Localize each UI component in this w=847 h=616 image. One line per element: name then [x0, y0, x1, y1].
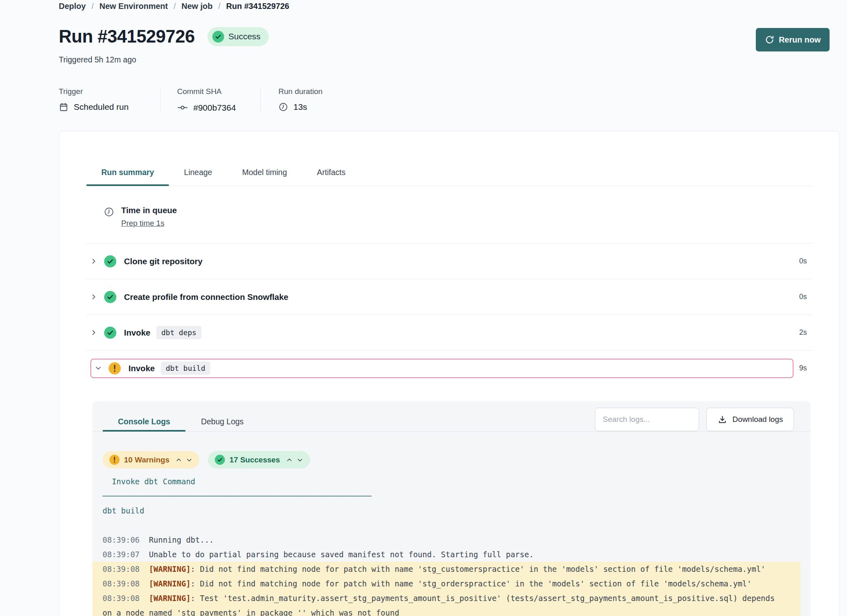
meta-label: Run duration: [278, 87, 323, 96]
chevron-right-icon: [90, 329, 97, 336]
breadcrumb-item[interactable]: New Environment: [99, 2, 168, 11]
step-row[interactable]: Invokedbt deps2s: [86, 314, 812, 350]
check-circle-icon: [104, 327, 116, 339]
time-in-queue: Time in queue Prep time 1s: [86, 205, 812, 228]
console-log-output: Invoke dbt Command──────────────────────…: [92, 474, 811, 616]
meta-value-text: Scheduled run: [74, 102, 128, 112]
breadcrumb-separator: /: [173, 2, 176, 11]
meta-value: 13s: [278, 102, 323, 112]
badge-label: 17 Successes: [229, 456, 280, 464]
caret-up-icon[interactable]: [286, 457, 293, 463]
meta-label: Commit SHA: [177, 87, 260, 96]
log-filter-badges: 10 Warnings17 Successes: [103, 451, 800, 468]
prep-time-link[interactable]: Prep time 1s: [121, 219, 165, 228]
step-row[interactable]: Create profile from connection Snowflake…: [86, 279, 812, 314]
caret-up-icon[interactable]: [175, 457, 182, 463]
log-line: 08:39:08 [WARNING]: Did not find matchin…: [92, 576, 800, 591]
time-in-queue-title: Time in queue: [121, 205, 177, 215]
run-tabs: Run summaryLineageModel timingArtifacts: [86, 168, 812, 186]
triggered-time: Triggered 5h 12m ago: [59, 55, 840, 64]
download-logs-label: Download logs: [732, 415, 783, 424]
tab-lineage[interactable]: Lineage: [169, 168, 227, 186]
check-circle-icon: [212, 31, 224, 43]
check-circle-icon: [215, 455, 225, 465]
download-icon: [717, 415, 727, 425]
log-line: ────────────────────────────────────────…: [92, 489, 811, 503]
log-timestamp: 08:39:06: [103, 535, 140, 544]
step-duration: 0s: [799, 293, 812, 301]
meta-value-text: #900b7364: [193, 103, 236, 113]
step-title: Clone git repository: [124, 257, 203, 266]
tab-artifacts[interactable]: Artifacts: [302, 168, 360, 186]
search-logs-input[interactable]: [595, 408, 699, 431]
log-line: 08:39:08 [WARNING]: Did not find matchin…: [92, 562, 800, 576]
meta-value-text: 13s: [293, 102, 307, 112]
meta-value: #900b7364: [177, 102, 260, 113]
step-title: Create profile from connection Snowflake: [124, 292, 289, 302]
badge-carets: [286, 457, 303, 463]
step-title: Invoke: [128, 364, 155, 373]
breadcrumb-item: Run #341529726: [226, 2, 289, 11]
breadcrumb-separator: /: [92, 2, 94, 11]
badge-carets: [175, 457, 192, 463]
step-row[interactable]: Invokedbt build9s: [86, 350, 812, 386]
run-steps: Clone git repository0sCreate profile fro…: [86, 243, 812, 386]
step-code-chip: dbt build: [161, 361, 210, 375]
log-line: 08:39:08 [WARNING]: Test 'test.admin_mat…: [92, 591, 800, 616]
breadcrumb-separator: /: [218, 2, 220, 11]
badge-label: 10 Warnings: [124, 456, 169, 464]
meta-column: TriggerScheduled run: [59, 87, 160, 113]
log-level-warning: [WARNING]: [149, 579, 190, 588]
step-row[interactable]: Clone git repository0s: [86, 243, 812, 279]
meta-column: Commit SHA#900b7364: [160, 87, 260, 113]
tab-model-timing[interactable]: Model timing: [227, 168, 302, 186]
log-timestamp: 08:39:08: [103, 565, 140, 573]
tab-run-summary[interactable]: Run summary: [86, 168, 169, 186]
warning-circle-icon: [109, 455, 120, 465]
warning-count-badge[interactable]: 10 Warnings: [103, 451, 199, 468]
step-title: Invoke: [124, 328, 150, 338]
logs-tabs: Console LogsDebug Logs: [103, 417, 259, 431]
breadcrumb-item[interactable]: New job: [182, 2, 213, 11]
breadcrumb: Deploy/New Environment/New job/Run #3415…: [59, 2, 840, 11]
commit-icon: [177, 102, 188, 113]
step-duration: 0s: [799, 257, 812, 265]
log-line: 08:39:06 Running dbt...: [92, 533, 811, 547]
run-detail-page: Deploy/New Environment/New job/Run #3415…: [0, 0, 847, 616]
status-badge-label: Success: [228, 32, 260, 41]
logs-actions: Download logs: [595, 408, 794, 431]
step-selected-box[interactable]: Invokedbt build: [90, 359, 794, 378]
warning-highlight-block: 08:39:08 [WARNING]: Did not find matchin…: [92, 562, 800, 616]
log-tab-console-logs[interactable]: Console Logs: [103, 417, 186, 431]
breadcrumb-item[interactable]: Deploy: [59, 2, 86, 11]
meta-label: Trigger: [59, 87, 160, 96]
chevron-right-icon: [90, 258, 97, 265]
success-count-badge[interactable]: 17 Successes: [208, 451, 310, 468]
log-line: Invoke dbt Command: [92, 474, 811, 489]
rerun-now-button[interactable]: Rerun now: [756, 28, 830, 51]
caret-down-icon[interactable]: [297, 457, 303, 463]
check-circle-icon: [104, 291, 116, 303]
refresh-icon: [765, 35, 774, 45]
run-card: Run summaryLineageModel timingArtifacts …: [59, 131, 840, 616]
log-timestamp: 08:39:08: [103, 594, 140, 603]
step-duration: 2s: [799, 328, 812, 337]
chevron-down-icon: [95, 365, 102, 372]
log-timestamp: 08:39:07: [103, 550, 140, 559]
page-title: Run #341529726: [59, 26, 195, 47]
log-level-warning: [WARNING]: [149, 565, 190, 573]
status-badge: Success: [207, 27, 268, 46]
meta-column: Run duration13s: [260, 87, 323, 113]
logs-panel: Console LogsDebug Logs Download logs 10 …: [92, 401, 811, 616]
step-code-chip: dbt deps: [156, 326, 201, 339]
log-tab-debug-logs[interactable]: Debug Logs: [186, 417, 259, 431]
check-circle-icon: [104, 255, 116, 267]
calendar-icon: [59, 102, 68, 112]
caret-down-icon[interactable]: [186, 457, 192, 463]
download-logs-button[interactable]: Download logs: [706, 408, 794, 431]
rerun-now-label: Rerun now: [779, 35, 821, 45]
title-row: Run #341529726 Success Rerun now: [59, 21, 840, 51]
logs-header: Console LogsDebug Logs Download logs: [92, 408, 811, 432]
meta-value: Scheduled run: [59, 102, 160, 112]
clock-icon: [104, 205, 114, 228]
